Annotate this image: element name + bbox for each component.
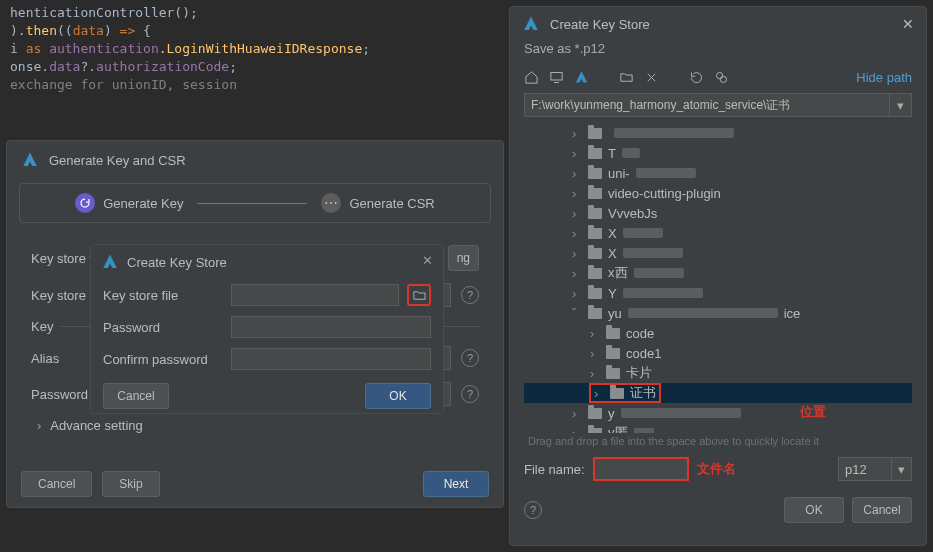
existing-button[interactable]: ng bbox=[448, 245, 479, 271]
tree-label: 证书 bbox=[630, 384, 656, 402]
folder-icon bbox=[606, 328, 620, 339]
chevron-icon: › bbox=[572, 246, 582, 261]
tree-label: code bbox=[626, 326, 654, 341]
chevron-icon: ˇ bbox=[572, 306, 582, 321]
help-icon[interactable]: ? bbox=[461, 286, 479, 304]
app-logo-icon bbox=[21, 151, 39, 169]
tree-row[interactable]: ›证书 bbox=[524, 383, 912, 403]
chevron-icon: › bbox=[590, 326, 600, 341]
tree-label: X bbox=[608, 246, 617, 261]
folder-icon bbox=[588, 208, 602, 219]
tree-row[interactable]: ›x西 bbox=[524, 263, 912, 283]
chevron-down-icon[interactable]: ▾ bbox=[892, 457, 912, 481]
extension-value: p12 bbox=[838, 457, 892, 481]
file-chooser-dialog: Create Key Store ✕ Save as *.p12 Hide pa… bbox=[509, 6, 927, 546]
tree-row[interactable]: ›X bbox=[524, 223, 912, 243]
folder-open-icon bbox=[412, 288, 427, 303]
tree-label: T bbox=[608, 146, 616, 161]
tree-row[interactable]: ›y bbox=[524, 403, 912, 423]
tree-label: yu bbox=[608, 306, 622, 321]
tree-row[interactable]: ›code1 bbox=[524, 343, 912, 363]
tree-row[interactable]: ›T bbox=[524, 143, 912, 163]
file-name-input[interactable] bbox=[593, 457, 689, 481]
show-hidden-icon[interactable] bbox=[714, 70, 729, 85]
tree-row[interactable]: ›code bbox=[524, 323, 912, 343]
ok-button[interactable]: OK bbox=[784, 497, 844, 523]
tree-label: code1 bbox=[626, 346, 661, 361]
ok-button[interactable]: OK bbox=[365, 383, 431, 409]
extension-combo[interactable]: p12 ▾ bbox=[838, 457, 912, 481]
chevron-icon: › bbox=[572, 426, 582, 434]
project-icon[interactable] bbox=[574, 70, 589, 85]
home-icon[interactable] bbox=[524, 70, 539, 85]
tree-row[interactable]: ›卡片 bbox=[524, 363, 912, 383]
svg-rect-0 bbox=[551, 73, 562, 81]
chevron-icon: › bbox=[572, 146, 582, 161]
key-store-file-input[interactable] bbox=[231, 284, 399, 306]
tree-row[interactable]: ›y匿 bbox=[524, 423, 912, 433]
confirm-password-label: Confirm password bbox=[103, 352, 223, 367]
chevron-icon: › bbox=[590, 346, 600, 361]
file-name-label: File name: bbox=[524, 462, 585, 477]
tree-label: Y bbox=[608, 286, 617, 301]
new-folder-icon[interactable] bbox=[619, 70, 634, 85]
dialog-title: Create Key Store bbox=[550, 17, 650, 32]
save-as-label: Save as *.p12 bbox=[510, 41, 926, 64]
tree-label: video-cutting-plugin bbox=[608, 186, 721, 201]
tree-row[interactable]: ›video-cutting-plugin bbox=[524, 183, 912, 203]
password-label: Password bbox=[103, 320, 223, 335]
folder-icon bbox=[588, 428, 602, 434]
folder-icon bbox=[606, 348, 620, 359]
app-logo-icon bbox=[522, 15, 540, 33]
tree-label: 卡片 bbox=[626, 364, 652, 382]
desktop-icon[interactable] bbox=[549, 70, 564, 85]
tree-row[interactable]: ›Y bbox=[524, 283, 912, 303]
folder-icon bbox=[588, 188, 602, 199]
create-key-store-dialog: Create Key Store ✕ Key store file Passwo… bbox=[90, 244, 444, 414]
tree-row[interactable]: ›VvvebJs bbox=[524, 203, 912, 223]
chevron-right-icon: › bbox=[37, 418, 41, 433]
help-icon[interactable]: ? bbox=[461, 349, 479, 367]
close-icon[interactable]: ✕ bbox=[422, 253, 433, 268]
delete-icon[interactable] bbox=[644, 70, 659, 85]
password-input[interactable] bbox=[231, 316, 431, 338]
cancel-button[interactable]: Cancel bbox=[103, 383, 169, 409]
tree-row[interactable]: ˇyuice bbox=[524, 303, 912, 323]
hide-path-link[interactable]: Hide path bbox=[856, 70, 912, 85]
path-dropdown-icon[interactable]: ▾ bbox=[890, 93, 912, 117]
skip-button[interactable]: Skip bbox=[102, 471, 159, 497]
refresh-icon[interactable] bbox=[689, 70, 704, 85]
folder-icon bbox=[606, 368, 620, 379]
close-icon[interactable]: ✕ bbox=[902, 16, 914, 32]
browse-button[interactable] bbox=[407, 284, 431, 306]
folder-icon bbox=[588, 408, 602, 419]
svg-point-2 bbox=[720, 76, 726, 82]
folder-tree[interactable]: ››T›uni-›video-cutting-plugin›VvvebJs›X›… bbox=[524, 123, 912, 433]
step-generate-csr[interactable]: ⋯ Generate CSR bbox=[321, 193, 434, 213]
chevron-icon: › bbox=[572, 406, 582, 421]
tree-row[interactable]: ›X bbox=[524, 243, 912, 263]
position-annotation: 位置 bbox=[800, 403, 826, 421]
step-dots-icon: ⋯ bbox=[321, 193, 341, 213]
next-button[interactable]: Next bbox=[423, 471, 489, 497]
tree-label: y bbox=[608, 406, 615, 421]
key-section-label: Key bbox=[31, 319, 53, 334]
chevron-icon: › bbox=[590, 366, 600, 381]
help-icon[interactable]: ? bbox=[524, 501, 542, 519]
chevron-icon: › bbox=[572, 166, 582, 181]
cancel-button[interactable]: Cancel bbox=[852, 497, 912, 523]
app-logo-icon bbox=[101, 253, 119, 271]
svg-point-1 bbox=[717, 73, 723, 79]
tree-label: X bbox=[608, 226, 617, 241]
help-icon[interactable]: ? bbox=[461, 385, 479, 403]
chevron-icon: › bbox=[572, 266, 582, 281]
tree-label: uni- bbox=[608, 166, 630, 181]
dialog-title: Create Key Store bbox=[127, 255, 227, 270]
tree-row[interactable]: ›uni- bbox=[524, 163, 912, 183]
tree-row[interactable]: › bbox=[524, 123, 912, 143]
tree-label: VvvebJs bbox=[608, 206, 657, 221]
confirm-password-input[interactable] bbox=[231, 348, 431, 370]
cancel-button[interactable]: Cancel bbox=[21, 471, 92, 497]
path-input[interactable] bbox=[524, 93, 890, 117]
step-generate-key[interactable]: Generate Key bbox=[75, 193, 183, 213]
